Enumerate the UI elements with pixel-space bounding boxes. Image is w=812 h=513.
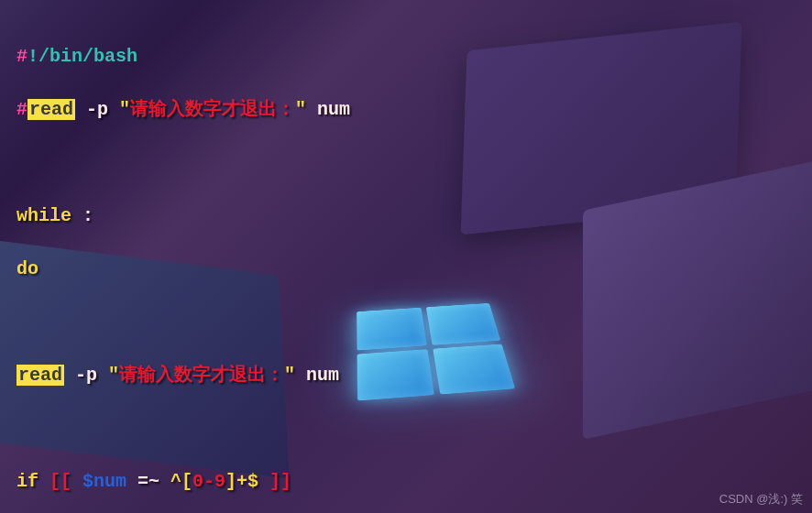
blank-line xyxy=(16,309,796,335)
code-line: #read -p "请输入数字才退出：" num xyxy=(16,96,796,123)
regex: ^[ xyxy=(170,471,192,492)
keyword-read-highlighted: read xyxy=(27,99,75,120)
code-line: while : xyxy=(16,202,796,229)
quote: " xyxy=(119,99,130,120)
string-prompt: 请输入数字才退出： xyxy=(119,365,284,386)
quote: " xyxy=(295,99,317,120)
keyword-if: if xyxy=(16,471,38,492)
keyword-do: do xyxy=(16,258,38,279)
var-name: num xyxy=(306,365,339,386)
shebang-bang: ! xyxy=(27,46,38,67)
code-block: #!/bin/bash #read -p "请输入数字才退出：" num whi… xyxy=(0,0,812,513)
code-line: #!/bin/bash xyxy=(16,43,796,70)
blank-line xyxy=(16,415,796,442)
regex-range: 0-9 xyxy=(192,471,225,492)
keyword-read-highlighted: read xyxy=(16,365,64,386)
comment-hash: # xyxy=(16,99,27,120)
variable: $num xyxy=(82,471,126,492)
keyword-while: while xyxy=(16,205,71,226)
code-line: if [[ $num =~ ^[0-9]+$ ]] xyxy=(16,468,796,495)
comment-hash: # xyxy=(16,46,27,67)
operator: =~ xyxy=(126,471,170,492)
blank-line xyxy=(16,149,796,176)
bracket: [[ xyxy=(38,471,82,492)
quote: " xyxy=(284,365,306,386)
string-prompt: 请输入数字才退出： xyxy=(130,99,295,120)
shebang-path: /bin/bash xyxy=(38,46,137,67)
code-line: read -p "请输入数字才退出：" num xyxy=(16,362,796,388)
bracket: ]] xyxy=(258,471,291,492)
code-line: do xyxy=(16,256,796,282)
colon: : xyxy=(71,205,93,226)
quote: " xyxy=(108,365,119,386)
regex: ]+$ xyxy=(225,471,258,492)
watermark: CSDN @浅:) 笑 xyxy=(719,491,803,508)
flag: -p xyxy=(75,99,119,120)
var-name: num xyxy=(317,99,350,120)
flag: -p xyxy=(64,365,108,386)
